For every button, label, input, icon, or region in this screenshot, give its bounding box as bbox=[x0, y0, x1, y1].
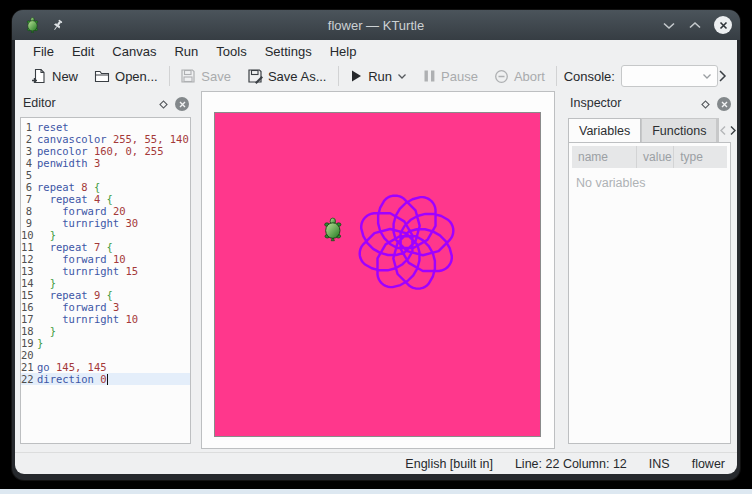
code-line-9[interactable]: 9 turnright 30 bbox=[21, 217, 190, 229]
code-line-22[interactable]: 22direction 0 bbox=[21, 373, 190, 385]
chevron-right-icon bbox=[718, 69, 727, 83]
abort-button[interactable]: Abort bbox=[486, 64, 553, 88]
open-button[interactable]: Open... bbox=[86, 64, 166, 88]
main-area: Editor 1reset2canvascolor 255, 55, 1403p… bbox=[15, 90, 737, 452]
code-line-12[interactable]: 12 forward 10 bbox=[21, 253, 190, 265]
code-line-2[interactable]: 2canvascolor 255, 55, 140 bbox=[21, 133, 190, 145]
code-editor[interactable]: 1reset2canvascolor 255, 55, 1403pencolor… bbox=[20, 117, 191, 444]
line-number: 11 bbox=[21, 241, 37, 253]
menu-help[interactable]: Help bbox=[321, 42, 366, 61]
code-text: direction 0 bbox=[37, 373, 190, 385]
line-number: 6 bbox=[21, 181, 37, 193]
code-text: turnright 10 bbox=[37, 313, 190, 325]
menu-settings[interactable]: Settings bbox=[256, 42, 321, 61]
code-text: repeat 7 { bbox=[37, 241, 190, 253]
inspector-float-button[interactable] bbox=[700, 99, 711, 110]
run-icon bbox=[349, 69, 363, 83]
line-number: 5 bbox=[21, 169, 37, 181]
new-button[interactable]: New bbox=[23, 64, 86, 88]
variables-panel: namevaluetype No variables bbox=[568, 142, 731, 444]
status-bar: English [built in] Line: 22 Column: 12 I… bbox=[15, 452, 737, 474]
tab-variables[interactable]: Variables bbox=[568, 118, 641, 142]
code-line-20[interactable]: 20 bbox=[21, 349, 190, 361]
menu-edit[interactable]: Edit bbox=[63, 42, 103, 61]
tab-scroll-right-button[interactable] bbox=[729, 125, 737, 136]
editor-close-button[interactable] bbox=[175, 97, 189, 111]
abort-icon bbox=[494, 69, 509, 84]
run-dropdown-chevron-icon[interactable] bbox=[397, 73, 407, 80]
inspector-tab-bar: VariablesFunctions bbox=[568, 118, 717, 142]
code-line-16[interactable]: 16 forward 3 bbox=[21, 301, 190, 313]
code-text: } bbox=[37, 277, 190, 289]
line-number: 16 bbox=[21, 301, 37, 313]
maximize-button[interactable] bbox=[688, 21, 702, 30]
code-text: canvascolor 255, 55, 140 bbox=[37, 133, 190, 145]
code-text bbox=[37, 169, 190, 181]
inspector-tab-row: VariablesFunctions bbox=[568, 118, 731, 142]
code-line-3[interactable]: 3pencolor 160, 0, 255 bbox=[21, 145, 190, 157]
code-line-6[interactable]: 6repeat 8 { bbox=[21, 181, 190, 193]
line-number: 13 bbox=[21, 265, 37, 277]
editor-float-button[interactable] bbox=[158, 99, 169, 110]
code-line-5[interactable]: 5 bbox=[21, 169, 190, 181]
menu-run[interactable]: Run bbox=[165, 42, 207, 61]
code-line-14[interactable]: 14 } bbox=[21, 277, 190, 289]
code-line-1[interactable]: 1reset bbox=[21, 121, 190, 133]
editor-dock-header[interactable]: Editor bbox=[23, 90, 56, 116]
abort-button-label: Abort bbox=[514, 69, 545, 84]
title-bar[interactable]: flower — KTurtle bbox=[12, 10, 740, 40]
close-button[interactable] bbox=[714, 16, 732, 34]
code-line-13[interactable]: 13 turnright 15 bbox=[21, 265, 190, 277]
menu-canvas[interactable]: Canvas bbox=[103, 42, 165, 61]
pause-button[interactable]: Pause bbox=[415, 64, 486, 88]
line-number: 20 bbox=[21, 349, 37, 361]
tab-functions[interactable]: Functions bbox=[641, 118, 717, 142]
column-header-name: name bbox=[572, 146, 637, 168]
inspector-close-button[interactable] bbox=[717, 97, 731, 111]
code-text: go 145, 145 bbox=[37, 361, 190, 373]
menu-tools[interactable]: Tools bbox=[207, 42, 255, 61]
save-icon bbox=[180, 68, 196, 84]
line-number: 1 bbox=[21, 121, 37, 133]
code-line-10[interactable]: 10 } bbox=[21, 229, 190, 241]
code-line-4[interactable]: 4penwidth 3 bbox=[21, 157, 190, 169]
menu-file[interactable]: File bbox=[24, 42, 63, 61]
run-button-label: Run bbox=[368, 69, 392, 84]
new-document-icon bbox=[31, 68, 47, 84]
canvas-view[interactable] bbox=[201, 91, 555, 449]
column-header-value: value bbox=[637, 146, 674, 168]
empty-variables-message: No variables bbox=[572, 168, 727, 190]
new-button-label: New bbox=[52, 69, 78, 84]
toolbar-separator bbox=[169, 66, 170, 86]
toolbar-separator bbox=[338, 66, 339, 86]
save-as-icon bbox=[247, 68, 263, 84]
code-line-7[interactable]: 7 repeat 4 { bbox=[21, 193, 190, 205]
code-text: repeat 8 { bbox=[37, 181, 190, 193]
code-text: forward 20 bbox=[37, 205, 190, 217]
pin-icon[interactable] bbox=[51, 19, 64, 32]
save-as-button-label: Save As... bbox=[268, 69, 327, 84]
console-input[interactable] bbox=[621, 65, 718, 87]
minimize-button[interactable] bbox=[662, 21, 676, 30]
inspector-dock-header[interactable]: Inspector bbox=[570, 90, 621, 116]
code-line-11[interactable]: 11 repeat 7 { bbox=[21, 241, 190, 253]
code-line-15[interactable]: 15 repeat 9 { bbox=[21, 289, 190, 301]
toolbar-overflow-button[interactable] bbox=[718, 69, 727, 83]
main-toolbar: New Open... Save bbox=[15, 62, 737, 90]
run-button[interactable]: Run bbox=[341, 64, 415, 88]
status-input-mode: INS bbox=[649, 457, 670, 471]
code-line-17[interactable]: 17 turnright 10 bbox=[21, 313, 190, 325]
save-as-button[interactable]: Save As... bbox=[239, 64, 335, 88]
save-button[interactable]: Save bbox=[172, 64, 239, 88]
pause-button-label: Pause bbox=[441, 69, 478, 84]
editor-dock-title: Editor bbox=[23, 96, 56, 110]
tab-scroll-left-button[interactable] bbox=[719, 125, 727, 136]
code-line-8[interactable]: 8 forward 20 bbox=[21, 205, 190, 217]
pause-icon bbox=[423, 69, 436, 83]
kturtle-app-icon bbox=[24, 17, 41, 34]
code-line-18[interactable]: 18 } bbox=[21, 325, 190, 337]
code-line-19[interactable]: 19} bbox=[21, 337, 190, 349]
line-number: 8 bbox=[21, 205, 37, 217]
line-number: 4 bbox=[21, 157, 37, 169]
code-line-21[interactable]: 21go 145, 145 bbox=[21, 361, 190, 373]
